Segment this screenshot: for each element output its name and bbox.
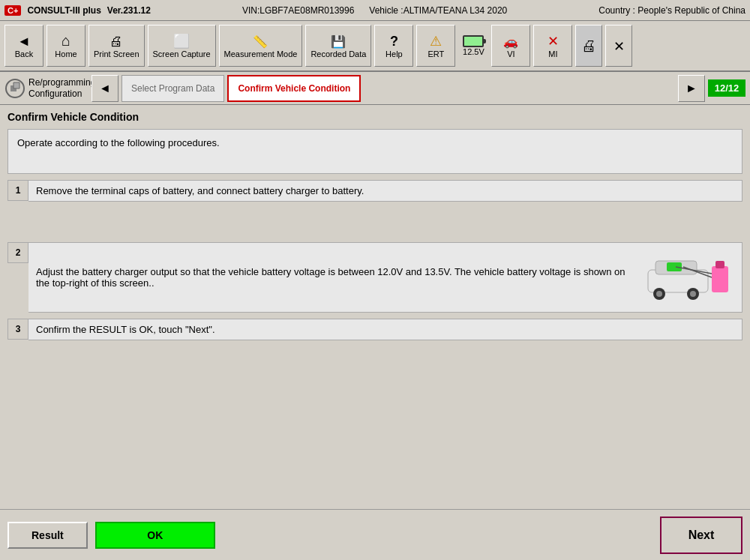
recorded-label: Recorded Data — [310, 49, 366, 58]
print-icon — [110, 33, 123, 48]
print-screen-button[interactable]: Print Screen — [88, 25, 145, 67]
step-number-1: 1 — [8, 180, 28, 201]
step-content-3: Confirm the RESULT is OK, touch "Next". — [28, 319, 742, 340]
title-left: C+ CONSULT-III plus Ver.231.12 — [4, 5, 151, 16]
mi-icon — [548, 33, 559, 48]
reprogram-label: Re/programming, Configuration — [28, 77, 88, 99]
ert-label: ERT — [428, 49, 445, 58]
step-row-1: 1 Remove the terminal caps of battery, a… — [8, 180, 742, 202]
step-row-3: 3 Confirm the RESULT is OK, touch "Next"… — [8, 319, 742, 340]
toolbar: Back Home Print Screen Screen Capture Me… — [0, 21, 750, 72]
battery-charger-illustration — [644, 247, 734, 307]
app-logo: C+ — [4, 5, 21, 16]
print-label: Print Screen — [94, 49, 140, 58]
help-icon — [390, 33, 398, 48]
title-center: VIN:LGBF7AE08MR013996 Vehicle :ALTIMA/TE… — [242, 5, 507, 16]
battery-voltage-indicator: 12.5V — [458, 35, 488, 56]
step-number-2: 2 — [8, 242, 28, 263]
bottom-bar: Result OK Next — [0, 509, 750, 560]
back-label: Back — [15, 49, 33, 58]
nav-bar: Re/programming, Configuration ◄ Select P… — [0, 72, 750, 105]
vin-display: VIN:LGBF7AE08MR013996 — [242, 5, 354, 16]
printer-button[interactable]: 🖨 — [575, 25, 602, 67]
spacer-1 — [8, 205, 742, 242]
reprogram-icon-area: Re/programming, Configuration — [4, 77, 88, 99]
vi-label: VI — [507, 49, 514, 58]
title-bar: C+ CONSULT-III plus Ver.231.12 VIN:LGBF7… — [0, 0, 750, 21]
recorded-data-button[interactable]: Recorded Data — [305, 25, 371, 67]
svg-rect-9 — [716, 261, 724, 268]
printer-icon: 🖨 — [581, 37, 596, 55]
svg-point-4 — [656, 291, 662, 297]
svg-rect-7 — [667, 262, 682, 271]
info-text: Operate according to the following proce… — [17, 137, 220, 148]
reprogram-icon — [4, 78, 26, 99]
ert-icon — [430, 33, 442, 48]
back-icon — [17, 33, 31, 48]
vi-button[interactable]: VI — [491, 25, 530, 67]
screen-capture-button[interactable]: Screen Capture — [148, 25, 216, 67]
info-box: Operate according to the following proce… — [8, 129, 742, 174]
nav-counter: 12/12 — [708, 79, 746, 97]
battery-icon — [463, 35, 484, 47]
current-step-label: Confirm Vehicle Condition — [227, 75, 361, 102]
vi-icon — [503, 33, 518, 48]
home-button[interactable]: Home — [46, 25, 86, 67]
svg-rect-8 — [712, 266, 728, 292]
ert-button[interactable]: ERT — [416, 25, 455, 67]
title-right: Country : People's Republic of China — [598, 5, 746, 16]
record-icon — [331, 33, 346, 48]
measure-icon — [253, 33, 268, 48]
app-name: CONSULT-III plus — [27, 5, 100, 16]
step-content-1: Remove the terminal caps of battery, and… — [28, 180, 742, 202]
home-label: Home — [55, 49, 76, 58]
mi-button[interactable]: MI — [533, 25, 572, 67]
help-label: Help — [386, 49, 403, 58]
back-button[interactable]: Back — [4, 25, 44, 67]
page-title: Confirm Vehicle Condition — [8, 111, 742, 123]
result-button[interactable]: Result — [8, 522, 88, 549]
help-button[interactable]: Help — [374, 25, 413, 67]
vehicle-display: Vehicle :ALTIMA/TEANA L34 2020 — [369, 5, 507, 16]
screen-icon — [173, 33, 190, 48]
ok-button[interactable]: OK — [95, 522, 215, 549]
measurement-mode-button[interactable]: Measurement Mode — [219, 25, 303, 67]
step-row-2: 2 Adjust the battery charger output so t… — [8, 242, 742, 313]
nav-prev-button[interactable]: ◄ — [92, 75, 118, 102]
mi-label: MI — [548, 49, 557, 58]
step-number-3: 3 — [8, 319, 28, 340]
screen-capture-label: Screen Capture — [153, 49, 211, 58]
close-icon — [614, 38, 625, 53]
measurement-label: Measurement Mode — [224, 49, 298, 58]
close-button[interactable] — [605, 25, 632, 67]
next-button[interactable]: Next — [660, 517, 742, 554]
app-version: Ver.231.12 — [107, 5, 151, 16]
home-icon — [62, 33, 70, 48]
main-content: Confirm Vehicle Condition Operate accord… — [0, 105, 750, 560]
step-content-2: Adjust the battery charger output so tha… — [28, 242, 742, 313]
nav-next-button[interactable]: ► — [678, 75, 705, 102]
prev-step-label: Select Program Data — [122, 75, 224, 102]
battery-voltage-label: 12.5V — [463, 47, 484, 56]
bottom-left: Result OK — [8, 522, 215, 549]
svg-point-6 — [690, 291, 696, 297]
